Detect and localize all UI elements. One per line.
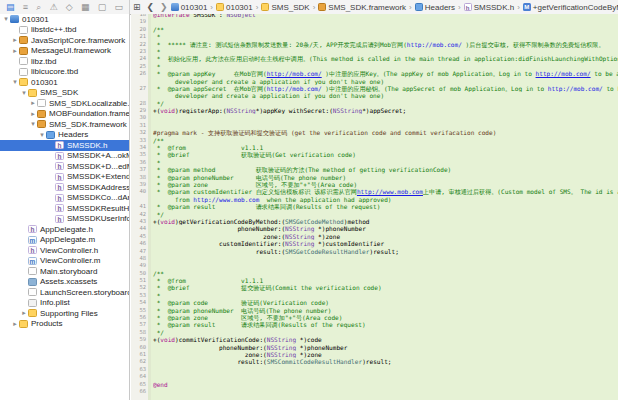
code-line[interactable]: 28 */	[131, 100, 618, 107]
line-number[interactable]: 47	[131, 248, 148, 255]
code-line[interactable]: 45 zone:(NSString *)zone	[131, 233, 618, 240]
debug-navigator-icon[interactable]: ▦	[81, 0, 90, 14]
disclosure-triangle[interactable]: ▾	[11, 77, 19, 87]
breadcrumb-item[interactable]: 010301	[171, 3, 208, 12]
tree-item[interactable]: ▸Supporting Files	[0, 308, 129, 319]
back-button[interactable]: ❮	[144, 2, 158, 12]
tree-item[interactable]: hViewController.h	[0, 245, 129, 256]
code-line[interactable]: 36 *	[131, 159, 618, 166]
code-line[interactable]: developer and create a application if yo…	[131, 92, 618, 99]
disclosure-triangle[interactable]: ▸	[11, 35, 19, 45]
line-number[interactable]: 30	[131, 114, 148, 121]
code-line[interactable]: 35 * @brief 获取验证码(Get verification code)	[131, 151, 618, 158]
code-line[interactable]: 32#pragma mark - 支持获取验证码和提交验证码 (get the …	[131, 129, 618, 136]
breadcrumb-item[interactable]: Headers	[415, 3, 455, 12]
line-number[interactable]: 39	[131, 181, 148, 188]
breakpoint-navigator-icon[interactable]: ▢	[98, 0, 107, 14]
code-line[interactable]: 60 phoneNumber:(NSString *)phoneNumber	[131, 344, 618, 351]
disclosure-triangle[interactable]: ▸	[11, 319, 19, 329]
code-line[interactable]: 55 * @param phoneNumber 电话号码(The phone n…	[131, 307, 618, 314]
code-line[interactable]: 58 */	[131, 329, 618, 336]
tree-item[interactable]: libstdc++.tbd	[0, 25, 129, 36]
code-line[interactable]: 44 phoneNumber:(NSString *)phoneNumber	[131, 225, 618, 232]
line-number[interactable]: 41	[131, 203, 148, 210]
disclosure-triangle[interactable]: ▸	[20, 308, 28, 318]
code-line[interactable]: 41 * @param result 请求结果回调(Results of the…	[131, 203, 618, 210]
tree-item[interactable]: hSMSSDK+A...okMethods.h	[0, 151, 129, 162]
test-navigator-icon[interactable]: ◇	[66, 0, 73, 14]
code-line[interactable]: 43+(void)getVerificationCodeByMethod:(SM…	[131, 218, 618, 225]
tree-item[interactable]: Assets.xcassets	[0, 277, 129, 288]
code-line[interactable]: 64	[131, 373, 618, 380]
tree-item[interactable]: ▸Products	[0, 319, 129, 330]
code-line[interactable]: 38 * @param phoneNumber 电话号码(The phone n…	[131, 174, 618, 181]
line-number[interactable]: 28	[131, 100, 148, 107]
code-line[interactable]: 26 * @param appKey 在Mob官网(http://mob.com…	[131, 70, 618, 77]
line-number[interactable]: 33	[131, 137, 148, 144]
code-line[interactable]: 27 * @param appSecret 在Mob官网(http://mob.…	[131, 85, 618, 92]
line-number[interactable]: 58	[131, 329, 148, 336]
code-line[interactable]: 23 *	[131, 48, 618, 55]
line-number[interactable]: 54	[131, 299, 148, 306]
line-number[interactable]: 63	[131, 366, 148, 373]
code-line[interactable]: 48	[131, 255, 618, 262]
source-editor[interactable]: 18@interface SMSSDK : NSObject1920/**21 …	[131, 14, 618, 400]
line-number[interactable]: 38	[131, 174, 148, 181]
code-line[interactable]: 46 customIdentifier:(NSString *)customId…	[131, 240, 618, 247]
tree-item[interactable]: libicucore.tbd	[0, 67, 129, 78]
code-line[interactable]: 18@interface SMSSDK : NSObject	[131, 14, 618, 18]
forward-button[interactable]: ❯	[157, 2, 171, 12]
disclosure-triangle[interactable]: ▸	[29, 98, 37, 108]
disclosure-triangle[interactable]: ▾	[38, 130, 46, 140]
line-number[interactable]: 48	[131, 255, 148, 262]
code-line[interactable]: 39 * @param zone 区域号, 不要加"+"号(Area code)	[131, 181, 618, 188]
code-line[interactable]: 33/**	[131, 137, 618, 144]
disclosure-triangle[interactable]: ▸	[29, 109, 37, 119]
tree-item[interactable]: ▾Headers	[0, 130, 129, 141]
tree-item[interactable]: ▾010301	[0, 77, 129, 88]
disclosure-triangle[interactable]: ▾	[2, 14, 10, 24]
code-line[interactable]: 63	[131, 366, 618, 373]
line-number[interactable]: 51	[131, 277, 148, 284]
code-line[interactable]: 25 *	[131, 63, 618, 70]
code-line[interactable]: 22 * ***** 请注意: 测试短信条数限制发送数量: 20条/天, APP…	[131, 41, 618, 48]
line-number[interactable]: 29	[131, 107, 148, 114]
code-line[interactable]: 47 result:(SMSGetCodeResultHandler)resul…	[131, 248, 618, 255]
line-number[interactable]: 65	[131, 381, 148, 388]
line-number[interactable]: 55	[131, 307, 148, 314]
line-number[interactable]: 46	[131, 240, 148, 247]
code-line[interactable]: 52 * @brief 提交验证码(Commit the verificatio…	[131, 284, 618, 291]
code-line[interactable]: 21 *	[131, 33, 618, 40]
line-number[interactable]: 20	[131, 26, 148, 33]
code-line[interactable]: 37 * @param method 获取验证码的方法(The method o…	[131, 166, 618, 173]
code-line[interactable]: 51 * @from v1.1.1	[131, 277, 618, 284]
line-number[interactable]: 60	[131, 344, 148, 351]
tree-item[interactable]: ▸MessageUI.framework	[0, 46, 129, 57]
line-number[interactable]: 31	[131, 122, 148, 129]
tree-item[interactable]: Info.plist	[0, 298, 129, 309]
code-line[interactable]: 65@end	[131, 381, 618, 388]
line-number[interactable]: 45	[131, 233, 148, 240]
breadcrumb-item[interactable]: M+getVerificationCodeByMethod:phoneNumbe…	[523, 3, 618, 12]
line-number[interactable]: 52	[131, 284, 148, 291]
tree-item[interactable]: ▸MOBFoundation.framework	[0, 109, 129, 120]
tree-item[interactable]: hSMSSDK+D...edMethods.h	[0, 161, 129, 172]
code-line[interactable]: 24 * 初始化应用, 此方法在应用启动时在主线程中调用。(This metho…	[131, 55, 618, 62]
code-line[interactable]: 59+(void)commitVerificationCode:(NSStrin…	[131, 336, 618, 343]
tree-item[interactable]: ▾010301	[0, 14, 129, 25]
issue-navigator-icon[interactable]: ⚠	[49, 0, 57, 14]
line-number[interactable]: 23	[131, 48, 148, 55]
line-number[interactable]: 59	[131, 336, 148, 343]
tree-item[interactable]: mViewController.m	[0, 256, 129, 267]
code-line[interactable]: 57 * @param result 请求结果回调(Results of the…	[131, 321, 618, 328]
disclosure-triangle[interactable]: ▸	[11, 46, 19, 56]
tree-item[interactable]: ▸JavaScriptCore.framework	[0, 35, 129, 46]
tree-item[interactable]: ▸SMS_SDKLocalizable.strings	[0, 98, 129, 109]
code-line[interactable]: from http://www.mob.com when the applica…	[131, 196, 618, 203]
line-number[interactable]: 62	[131, 358, 148, 365]
code-line[interactable]: 53 *	[131, 292, 618, 299]
project-navigator-icon[interactable]: ▤	[6, 0, 15, 14]
line-number[interactable]: 27	[131, 85, 148, 92]
line-number[interactable]: 36	[131, 159, 148, 166]
symbol-navigator-icon[interactable]: ≡	[23, 0, 28, 14]
